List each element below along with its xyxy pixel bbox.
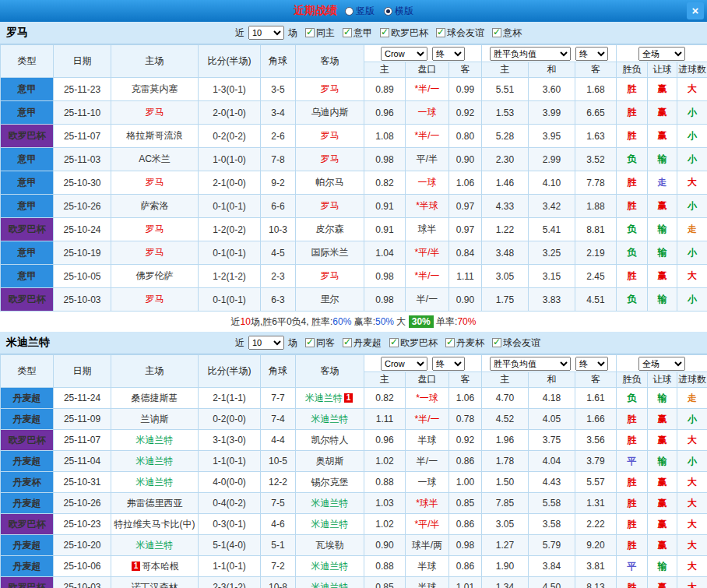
corner-cell: 9-2 xyxy=(261,171,296,195)
avg-away-cell: 1.63 xyxy=(575,125,617,148)
corner-cell: 10-5 xyxy=(261,451,296,472)
avg-home-cell: 5.28 xyxy=(482,125,529,148)
filter-checkbox-item[interactable]: 欧罗巴杯 xyxy=(389,336,438,350)
bookmaker-select[interactable]: Crow xyxy=(381,47,427,61)
avg-away-cell: 6.65 xyxy=(575,101,617,125)
avg-home-cell: 3.05 xyxy=(482,514,529,535)
avg-select[interactable]: 胜平负均值 xyxy=(490,357,571,371)
home-team-cell: 米迪兰特 xyxy=(111,472,199,493)
odds-home-cell: 0.82 xyxy=(364,388,406,409)
checkbox-icon xyxy=(492,28,501,37)
avg-select[interactable]: 胜平负均值 xyxy=(490,47,571,61)
filter-checkbox-item[interactable]: 意杯 xyxy=(492,26,522,40)
type-cell: 欧罗巴杯 xyxy=(1,577,54,588)
red-card-badge: 1 xyxy=(344,393,353,403)
result-goals-cell: 大 xyxy=(677,171,707,195)
home-team-cell: 弗雷德里西亚 xyxy=(111,493,199,514)
result-goals-cell: 小 xyxy=(677,148,707,171)
result-wdl-cell: 胜 xyxy=(617,101,648,125)
result-handicap-cell: 输 xyxy=(648,148,677,171)
filter-checkbox-item[interactable]: 同客 xyxy=(305,336,335,350)
handicap-cell: 一球 xyxy=(406,101,449,125)
match-row: 丹麦超25-11-09兰讷斯0-2(0-0)7-4米迪兰特1.11*半/一0.7… xyxy=(1,409,707,430)
corner-cell: 6-3 xyxy=(261,288,296,312)
odds-away-cell: 1.11 xyxy=(449,265,482,288)
filter-checkbox-item[interactable]: 球会友谊 xyxy=(492,336,540,350)
filter-checkbox-item[interactable]: 丹麦超 xyxy=(343,336,382,350)
corner-cell: 3-5 xyxy=(261,78,296,101)
corner-cell: 3-4 xyxy=(261,101,296,125)
home-team-name: 罗马 xyxy=(146,247,164,258)
result-goals-cell: 大 xyxy=(677,556,707,577)
type-cell: 丹麦杯 xyxy=(1,472,54,493)
odds-home-cell: 0.85 xyxy=(364,577,406,588)
result-handicap-cell: 赢 xyxy=(648,430,677,451)
result-wdl-cell: 胜 xyxy=(617,535,648,556)
avg-home-cell: 1.50 xyxy=(482,472,529,493)
column-subheader: 盘口 xyxy=(406,62,449,78)
avg-away-cell: 9.20 xyxy=(575,535,617,556)
score-cell: 0-2(0-0) xyxy=(199,409,261,430)
odds-home-cell: 0.96 xyxy=(364,101,406,125)
type-cell: 丹麦超 xyxy=(1,493,54,514)
handicap-cell: *半/一 xyxy=(406,265,449,288)
final-odds-select[interactable]: 终 xyxy=(432,47,465,61)
home-team-cell: 米迪兰特 xyxy=(111,430,199,451)
home-team-cell: 罗马 xyxy=(111,101,199,125)
home-team-name: 兰讷斯 xyxy=(141,414,169,424)
score-cell: 1-3(0-1) xyxy=(199,78,261,101)
filter-checkbox-item[interactable]: 欧罗巴杯 xyxy=(380,26,428,40)
odds-away-cell: 0.84 xyxy=(449,241,482,265)
layout-radio-horizontal[interactable]: 横版 xyxy=(384,5,413,18)
away-team-name: 锡尔克堡 xyxy=(311,477,349,488)
results-table: 类型日期主场比分(半场)角球客场Crow终胜平负均值终全场主盘口客主和客胜负让球… xyxy=(0,354,707,588)
result-handicap-cell: 赢 xyxy=(648,493,677,514)
type-cell: 意甲 xyxy=(1,171,54,195)
layout-radio-group: 竖版横版 xyxy=(345,5,413,18)
home-team-name: 哥本哈根 xyxy=(142,561,179,572)
recent-games-select[interactable]: 10 xyxy=(248,336,284,350)
final-avg-select[interactable]: 终 xyxy=(575,357,608,371)
team-bar: 罗马近10场同主意甲欧罗巴杯球会友谊意杯 xyxy=(0,22,707,44)
filter-checkbox-item[interactable]: 球会友谊 xyxy=(436,26,484,40)
final-avg-select[interactable]: 终 xyxy=(575,47,608,61)
match-row: 欧罗巴杯25-10-03诺丁汉森林2-3(1-2)10-8米迪兰特0.85半球1… xyxy=(1,577,707,588)
away-team-name: 罗马 xyxy=(321,130,339,141)
away-team-name: 里尔 xyxy=(321,294,339,305)
away-team-cell: 国际米兰 xyxy=(296,241,364,265)
odds-away-cell: 0.90 xyxy=(449,148,482,171)
filter-checkbox-item[interactable]: 同主 xyxy=(305,26,335,40)
away-team-name: 米迪兰特 xyxy=(311,561,349,572)
away-team-cell: 罗马 xyxy=(296,265,364,288)
result-handicap-cell: 输 xyxy=(648,218,677,241)
odds-home-cell: 0.89 xyxy=(364,78,406,101)
close-button[interactable]: × xyxy=(687,2,704,19)
odds-home-cell: 0.98 xyxy=(364,148,406,171)
filter-checkbox-item[interactable]: 意甲 xyxy=(343,26,372,40)
column-header: 主场 xyxy=(111,45,199,78)
away-team-cell: 罗马 xyxy=(296,125,364,148)
scope-select[interactable]: 全场 xyxy=(638,357,685,371)
avg-away-cell: 8.13 xyxy=(575,577,617,588)
layout-radio-vertical[interactable]: 竖版 xyxy=(345,5,375,18)
filter-checkbox-item[interactable]: 丹麦杯 xyxy=(445,336,484,350)
final-odds-select[interactable]: 终 xyxy=(432,357,465,371)
result-goals-cell: 小 xyxy=(677,101,707,125)
type-cell: 欧罗巴杯 xyxy=(1,288,54,312)
column-subheader: 胜负 xyxy=(617,62,648,78)
scope-select[interactable]: 全场 xyxy=(638,47,685,61)
result-handicap-cell: 赢 xyxy=(648,472,677,493)
filter-label: 丹麦杯 xyxy=(456,336,484,350)
match-row: 意甲25-11-23克雷莫内塞1-3(0-1)3-5罗马0.89*半/一0.99… xyxy=(1,78,707,101)
match-row: 欧罗巴杯25-10-24罗马1-2(0-2)10-3皮尔森0.91球半0.971… xyxy=(1,218,707,241)
result-goals-cell: 走 xyxy=(677,388,707,409)
recent-games-select[interactable]: 10 xyxy=(248,26,284,40)
match-row: 丹麦超25-10-20米迪兰特5-1(4-0)5-1瓦埃勒0.90球半/两0.9… xyxy=(1,535,707,556)
avg-away-cell: 3.56 xyxy=(575,430,617,451)
column-subheader: 主 xyxy=(482,62,529,78)
avg-away-cell: 5.57 xyxy=(575,472,617,493)
away-team-name: 米迪兰特 xyxy=(311,582,349,588)
avg-home-cell: 4.52 xyxy=(482,409,529,430)
bookmaker-select[interactable]: Crow xyxy=(381,357,427,371)
avg-away-cell: 1.88 xyxy=(575,195,617,218)
